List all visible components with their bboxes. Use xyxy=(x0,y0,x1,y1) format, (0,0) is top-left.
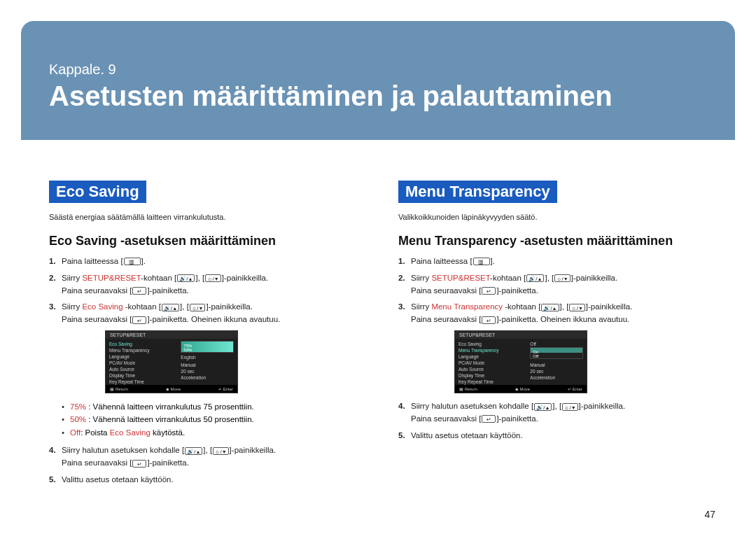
menu-button-icon: ▥ xyxy=(124,258,141,265)
eco-opt-off: Off: Poista Eco Saving käytöstä. xyxy=(62,426,365,439)
menu-step-2: 2. Siirry SETUP&RESET-kohtaan [🔊/], [☼/]… xyxy=(398,272,714,297)
eco-osd-screenshot: SETUP&RESET Eco Saving Menu Transparency… xyxy=(105,330,238,393)
enter-button-icon: ↵ xyxy=(132,287,146,295)
menu-steps-cont: 4. Siirry halutun asetuksen kohdalle [🔊/… xyxy=(398,400,714,442)
vol-up-icon: 🔊/ xyxy=(541,304,559,311)
vol-up-icon: 🔊/ xyxy=(526,274,544,282)
page-number: 47 xyxy=(704,509,715,520)
vol-up-icon: 🔊/ xyxy=(185,447,202,455)
eco-saving-section: Eco Saving Säästä energiaa säätämällä la… xyxy=(49,181,365,491)
bright-down-icon: ☼/ xyxy=(562,403,578,411)
osd-preview: OnOff xyxy=(530,347,583,359)
menu-step-5: 5. Valittu asetus otetaan käyttöön. xyxy=(398,430,714,442)
eco-step-5: 5. Valittu asetus otetaan käyttöön. xyxy=(49,474,365,486)
vol-up-icon: 🔊/ xyxy=(534,403,552,411)
eco-step-2: 2. Siirry SETUP&RESET-kohtaan [🔊/], [☼/]… xyxy=(49,272,365,297)
bright-down-icon: ☼/ xyxy=(569,304,585,311)
eco-options-list: 75% : Vähennä laitteen virrankulutus 75 … xyxy=(62,400,365,439)
eco-subtitle: Eco Saving -asetuksen määrittäminen xyxy=(49,234,365,248)
vol-up-icon: 🔊/ xyxy=(177,274,195,282)
menu-step-3: 3. Siirry Menu Transparency -kohtaan [🔊/… xyxy=(398,301,714,326)
osd-footer: ▦ Return ◆ Move ↵ Enter xyxy=(106,385,237,393)
chapter-label: Kappale. 9 xyxy=(49,62,116,78)
osd-menu-list: Eco Saving Menu Transparency Language PC… xyxy=(109,341,178,385)
eco-steps-cont: 4. Siirry halutun asetuksen kohdalle [🔊/… xyxy=(49,444,365,486)
eco-intro: Säästä energiaa säätämällä laitteen virr… xyxy=(49,213,365,221)
enter-button-icon: ↵ xyxy=(482,316,496,324)
menu-steps: 1. Paina laitteessa [▥]. 2. Siirry SETUP… xyxy=(398,255,714,326)
bright-down-icon: ☼/ xyxy=(190,304,206,311)
menu-subtitle: Menu Transparency -asetusten määrittämin… xyxy=(398,234,714,248)
menu-intro: Valikkoikkunoiden läpinäkyvyyden säätö. xyxy=(398,213,714,221)
osd-title: SETUP&RESET xyxy=(106,331,237,339)
osd-values: 75%50% English Manual 20 sec Acceleratio… xyxy=(181,341,234,385)
osd-menu-list: Eco Saving Menu Transparency Language PC… xyxy=(458,341,527,385)
bright-down-icon: ☼/ xyxy=(554,274,570,282)
menu-button-icon: ▥ xyxy=(473,258,490,265)
menu-step-4: 4. Siirry halutun asetuksen kohdalle [🔊/… xyxy=(398,400,714,426)
menu-osd-screenshot: SETUP&RESET Eco Saving Menu Transparency… xyxy=(454,330,587,393)
vol-up-icon: 🔊/ xyxy=(162,304,179,311)
menu-title: Menu Transparency xyxy=(398,181,557,203)
eco-opt-50: 50% : Vähennä laitteen virrankulutus 50 … xyxy=(62,413,365,426)
enter-button-icon: ↵ xyxy=(132,316,146,324)
eco-opt-75: 75% : Vähennä laitteen virrankulutus 75 … xyxy=(62,400,365,413)
eco-steps: 1. Paina laitteessa [▥]. 2. Siirry SETUP… xyxy=(49,255,365,326)
eco-step-4: 4. Siirry halutun asetuksen kohdalle [🔊/… xyxy=(49,444,365,470)
eco-title: Eco Saving xyxy=(49,181,146,203)
osd-preview: 75%50% xyxy=(181,341,234,353)
osd-footer: ▦ Return ◆ Move ↵ Enter xyxy=(455,385,587,393)
chapter-title: Asetusten määrittäminen ja palauttaminen xyxy=(49,80,612,112)
content-area: Eco Saving Säästä energiaa säätämällä la… xyxy=(49,181,714,491)
eco-step-3: 3. Siirry Eco Saving -kohtaan [🔊/], [☼/]… xyxy=(49,301,365,326)
bright-down-icon: ☼/ xyxy=(213,447,229,455)
enter-button-icon: ↵ xyxy=(482,415,496,423)
enter-button-icon: ↵ xyxy=(132,460,146,468)
osd-values: Off OnOff Manual 20 sec Acceleration xyxy=(530,341,583,385)
menu-step-1: 1. Paina laitteessa [▥]. xyxy=(398,255,714,268)
menu-transparency-section: Menu Transparency Valikkoikkunoiden läpi… xyxy=(398,181,714,491)
bright-down-icon: ☼/ xyxy=(205,274,221,282)
osd-title: SETUP&RESET xyxy=(455,331,587,339)
eco-step-1: 1. Paina laitteessa [▥]. xyxy=(49,255,365,268)
enter-button-icon: ↵ xyxy=(482,287,496,295)
